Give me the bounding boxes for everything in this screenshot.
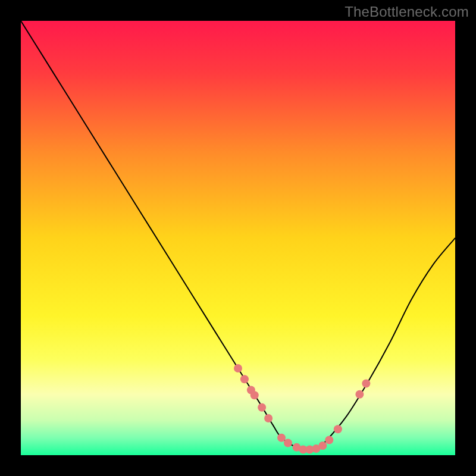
- watermark-text: TheBottleneck.com: [345, 4, 469, 20]
- highlighted-point: [240, 375, 249, 383]
- chart-frame: TheBottleneck.com: [0, 0, 476, 476]
- chart-svg: [21, 21, 455, 455]
- highlighted-point: [258, 403, 266, 412]
- plot-area: [21, 21, 455, 455]
- highlighted-point: [264, 414, 273, 422]
- highlighted-point: [318, 441, 327, 450]
- highlighted-point: [362, 380, 370, 388]
- highlighted-point: [234, 364, 242, 372]
- highlighted-point: [334, 425, 342, 433]
- highlighted-point: [250, 391, 259, 399]
- gradient-background: [21, 21, 455, 455]
- highlighted-point: [325, 436, 333, 444]
- highlighted-point: [284, 439, 292, 447]
- highlighted-point: [277, 434, 286, 442]
- highlighted-point: [355, 390, 364, 399]
